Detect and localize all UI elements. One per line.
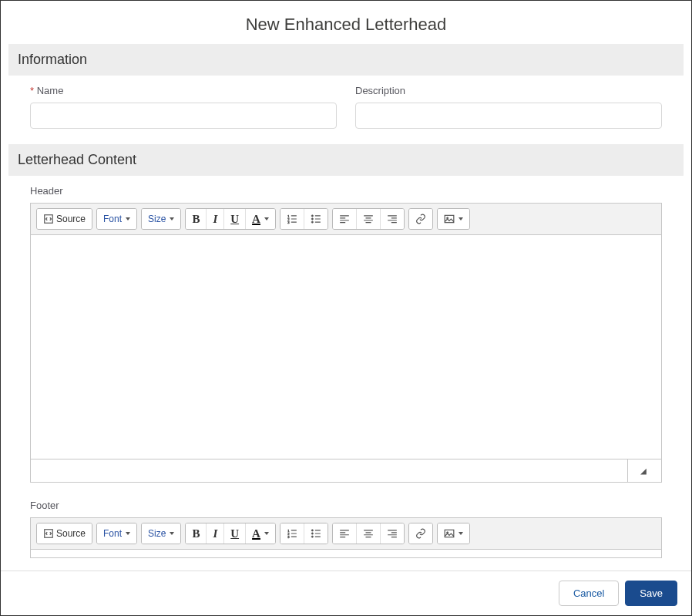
underline-button[interactable]: U (223, 523, 245, 544)
footer-editor-label: Footer (30, 500, 662, 511)
align-left-icon (339, 214, 350, 224)
bullet-list-button[interactable] (304, 209, 328, 229)
header-editor-body[interactable] (31, 235, 661, 459)
footer-editor-body[interactable] (31, 550, 661, 557)
chevron-down-icon (170, 532, 174, 535)
chevron-down-icon (170, 217, 174, 220)
source-button[interactable]: Source (37, 523, 92, 544)
svg-rect-25 (445, 215, 454, 222)
image-button[interactable] (438, 209, 469, 229)
image-button[interactable] (438, 523, 469, 544)
align-right-icon (387, 214, 398, 224)
size-dropdown[interactable]: Size (142, 209, 180, 229)
italic-icon: I (213, 527, 217, 540)
svg-point-8 (311, 218, 313, 220)
align-center-icon (363, 528, 374, 539)
font-dropdown[interactable]: Font (97, 523, 136, 544)
italic-button[interactable]: I (206, 523, 223, 544)
align-left-icon (339, 528, 350, 539)
text-color-icon: A (252, 213, 260, 226)
modal-title: New Enhanced Letterhead (1, 1, 691, 44)
chevron-down-icon (459, 217, 463, 220)
underline-button[interactable]: U (223, 209, 245, 229)
link-button[interactable] (409, 209, 432, 229)
bold-icon: B (192, 527, 200, 540)
align-center-icon (363, 214, 374, 224)
section-information-header: Information (8, 44, 684, 76)
bullet-list-icon (311, 214, 321, 224)
information-fields: * Name Description (8, 85, 684, 144)
link-button[interactable] (409, 523, 432, 544)
svg-text:3: 3 (287, 220, 290, 224)
description-label: Description (355, 85, 662, 96)
header-toolbar: Source Font Size (31, 204, 661, 235)
italic-icon: I (213, 213, 217, 226)
text-color-icon: A (252, 527, 260, 540)
resize-handle[interactable]: ◢ (627, 459, 661, 482)
underline-icon: U (230, 213, 239, 226)
text-color-button[interactable]: A (245, 523, 275, 544)
svg-point-9 (311, 221, 313, 223)
numbered-list-icon: 123 (287, 528, 297, 539)
header-editor: Source Font Size (30, 203, 662, 483)
name-input[interactable] (30, 103, 337, 129)
name-field-wrapper: * Name (30, 85, 337, 129)
numbered-list-icon: 123 (287, 214, 297, 224)
header-editor-section: Header Source Font (8, 185, 684, 486)
source-icon (43, 214, 54, 224)
save-button[interactable]: Save (625, 581, 677, 606)
source-label: Source (56, 214, 86, 224)
bullet-list-button[interactable] (304, 523, 328, 544)
align-left-button[interactable] (333, 209, 356, 229)
bullet-list-icon (311, 528, 321, 539)
chevron-down-icon (126, 532, 130, 535)
cancel-button[interactable]: Cancel (559, 581, 619, 606)
name-label: * Name (30, 85, 337, 96)
new-letterhead-modal: New Enhanced Letterhead Information * Na… (0, 0, 692, 616)
numbered-list-button[interactable]: 123 (280, 209, 304, 229)
svg-point-34 (311, 530, 313, 531)
align-center-button[interactable] (356, 523, 380, 544)
italic-button[interactable]: I (206, 209, 223, 229)
footer-editor: Source Font Size (30, 517, 662, 558)
link-icon (415, 214, 426, 224)
name-label-text: Name (37, 85, 64, 96)
source-button[interactable]: Source (37, 209, 92, 229)
size-dropdown[interactable]: Size (142, 523, 180, 544)
font-label: Font (103, 528, 122, 539)
description-field-wrapper: Description (355, 85, 662, 129)
font-dropdown[interactable]: Font (97, 209, 136, 229)
footer-editor-section: Footer Source Font (8, 500, 684, 561)
underline-icon: U (230, 527, 239, 540)
bold-button[interactable]: B (186, 209, 206, 229)
size-label: Size (148, 528, 166, 539)
description-input[interactable] (355, 103, 662, 129)
source-icon (43, 528, 54, 539)
source-label: Source (56, 528, 86, 539)
footer-toolbar: Source Font Size (31, 518, 661, 550)
font-label: Font (103, 214, 122, 224)
header-editor-label: Header (30, 185, 662, 197)
align-center-button[interactable] (356, 209, 380, 229)
svg-rect-52 (445, 530, 454, 537)
size-label: Size (148, 214, 166, 224)
numbered-list-button[interactable]: 123 (280, 523, 304, 544)
image-icon (444, 214, 455, 224)
required-marker: * (30, 85, 34, 96)
align-right-button[interactable] (380, 209, 404, 229)
chevron-down-icon (126, 217, 130, 220)
section-content-header: Letterhead Content (8, 144, 684, 176)
svg-point-36 (311, 536, 313, 537)
chevron-down-icon (264, 532, 269, 535)
align-right-button[interactable] (380, 523, 404, 544)
modal-footer: Cancel Save (1, 571, 691, 615)
chevron-down-icon (459, 532, 463, 535)
svg-text:3: 3 (287, 535, 290, 539)
link-icon (415, 528, 426, 539)
chevron-down-icon (264, 217, 269, 220)
bold-button[interactable]: B (186, 523, 206, 544)
bold-icon: B (192, 213, 200, 226)
svg-point-35 (311, 533, 313, 534)
text-color-button[interactable]: A (245, 209, 275, 229)
align-left-button[interactable] (333, 523, 356, 544)
